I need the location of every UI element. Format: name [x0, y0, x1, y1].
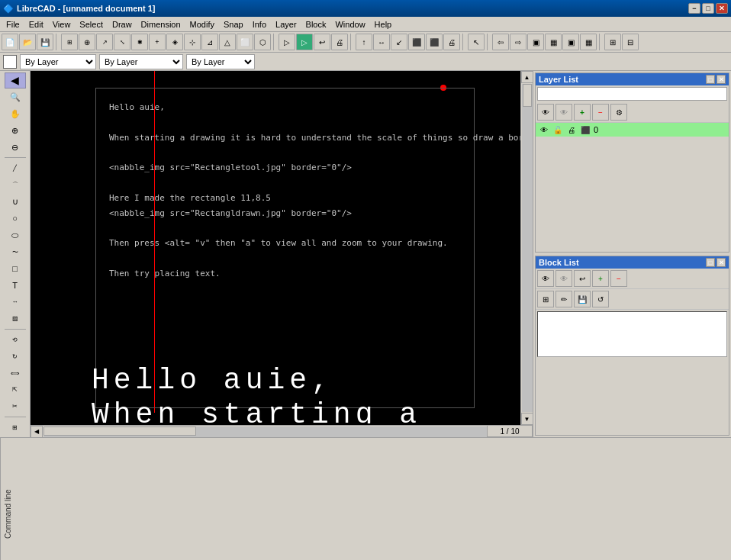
block-create-btn[interactable]: ⊞ — [537, 291, 554, 307]
menu-file[interactable]: File — [2, 18, 24, 31]
zoom-in[interactable]: ⊞ — [604, 34, 621, 50]
modify-scale[interactable]: ⇱ — [5, 382, 26, 398]
tool-26[interactable]: ▦ — [580, 34, 597, 50]
modify-mirror[interactable]: ⟺ — [5, 365, 26, 381]
layer-add-btn[interactable]: + — [574, 104, 591, 121]
color-box[interactable] — [3, 55, 17, 69]
color-select[interactable]: By Layer — [20, 54, 96, 69]
draw-text[interactable]: T — [5, 277, 26, 293]
scroll-thumb-vertical[interactable] — [523, 84, 532, 107]
draw-circle[interactable]: ○ — [5, 211, 26, 227]
tool-4[interactable]: + — [149, 34, 166, 50]
menu-help[interactable]: Help — [370, 18, 397, 31]
open-button[interactable]: 📂 — [19, 34, 36, 50]
tool-2[interactable]: ⤡ — [114, 34, 130, 50]
draw-rect[interactable]: □ — [5, 261, 26, 277]
scroll-track-vertical[interactable] — [522, 84, 533, 412]
block-reload-btn[interactable]: ↺ — [592, 291, 609, 307]
block-show-btn[interactable]: 👁 — [537, 270, 554, 287]
tool-1[interactable]: ↗ — [96, 34, 113, 50]
draw-dim[interactable]: ↔ — [5, 294, 26, 310]
block-save-btn[interactable]: 💾 — [574, 291, 591, 307]
maximize-button[interactable]: □ — [702, 3, 714, 14]
block-list-close-button[interactable]: ✕ — [717, 258, 726, 267]
draw-spline[interactable]: 〜 — [5, 244, 26, 260]
draw-arc[interactable]: ∪ — [5, 194, 26, 210]
menu-modify[interactable]: Modify — [185, 18, 219, 31]
menu-snap[interactable]: Snap — [219, 18, 248, 31]
menu-block[interactable]: Block — [301, 18, 331, 31]
new-button[interactable]: 📄 — [2, 34, 18, 50]
tool-9[interactable]: ⬜ — [237, 34, 253, 50]
modify-rotate[interactable]: ↻ — [5, 349, 26, 365]
draw-polyline[interactable]: ⌒ — [5, 177, 26, 193]
block-hide-btn[interactable]: 👁 — [555, 270, 572, 287]
tool-24[interactable]: ▦ — [545, 34, 562, 50]
tool-21[interactable]: ⇦ — [492, 34, 509, 50]
layer-delete-btn[interactable]: − — [592, 104, 609, 121]
zoom-out-tool[interactable]: ⊖ — [5, 140, 26, 156]
block-delete-btn[interactable]: − — [610, 270, 627, 287]
tool-15[interactable]: ↑ — [356, 34, 372, 50]
menu-dimension[interactable]: Dimension — [137, 18, 185, 31]
zoom-out[interactable]: ⊟ — [622, 34, 639, 50]
tool-18[interactable]: ⬛ — [408, 34, 425, 50]
drawing-canvas[interactable]: Hello auie, When starting a drawing it i… — [31, 71, 520, 425]
block-insert-btn[interactable]: ↩ — [574, 270, 591, 287]
tool-19[interactable]: ⬛ — [426, 34, 443, 50]
close-button[interactable]: ✕ — [716, 3, 728, 14]
tool-5[interactable]: ◈ — [166, 34, 183, 50]
select-tool[interactable]: ↖ — [468, 34, 485, 50]
menu-info[interactable]: Info — [248, 18, 271, 31]
zoom-area[interactable]: 🔍 — [5, 89, 26, 105]
minimize-button[interactable]: − — [688, 3, 700, 14]
draw-hatch[interactable]: ▨ — [5, 311, 26, 327]
linewidth-select[interactable]: By Layer — [186, 54, 255, 69]
tool-14[interactable]: 🖨 — [331, 34, 348, 50]
menu-window[interactable]: Window — [330, 18, 369, 31]
modify-trim[interactable]: ✂ — [5, 398, 26, 414]
tool-22[interactable]: ⇨ — [510, 34, 527, 50]
pan-tool[interactable]: ✋ — [5, 106, 26, 122]
insert-block[interactable]: ⊞ — [5, 420, 26, 436]
menu-edit[interactable]: Edit — [24, 18, 48, 31]
block-edit-btn[interactable]: ✏ — [555, 291, 572, 307]
select-arrow[interactable]: ◀ — [5, 72, 26, 89]
menu-layer[interactable]: Layer — [271, 18, 301, 31]
layer-settings-btn[interactable]: ⚙ — [610, 104, 627, 121]
save-button[interactable]: 💾 — [37, 34, 53, 50]
zoom-in-tool[interactable]: ⊕ — [5, 123, 26, 139]
draw-line[interactable]: ╱ — [5, 160, 26, 176]
block-add-btn[interactable]: + — [592, 270, 609, 287]
tool-8[interactable]: △ — [219, 34, 236, 50]
tool-3[interactable]: ✱ — [131, 34, 148, 50]
menu-draw[interactable]: Draw — [108, 18, 137, 31]
scroll-thumb-horizontal[interactable] — [43, 426, 196, 436]
linetype-select[interactable]: By Layer — [99, 54, 183, 69]
layer-search-input[interactable] — [537, 87, 727, 101]
modify-move[interactable]: ⟲ — [5, 332, 26, 348]
layer-hide-btn[interactable]: 👁 — [555, 104, 572, 121]
snap-point[interactable]: ⊕ — [79, 34, 95, 50]
tool-16[interactable]: ↔ — [373, 34, 390, 50]
block-list-float-button[interactable]: □ — [706, 258, 715, 267]
draw-ellipse[interactable]: ⬭ — [5, 227, 26, 243]
scroll-down-button[interactable]: ▼ — [521, 413, 533, 425]
tool-17[interactable]: ↙ — [391, 34, 407, 50]
tool-11[interactable]: ▷ — [279, 34, 295, 50]
tool-7[interactable]: ⊿ — [201, 34, 218, 50]
tool-25[interactable]: ▣ — [562, 34, 579, 50]
scroll-track-horizontal[interactable] — [43, 426, 507, 437]
snap-grid[interactable]: ⊞ — [61, 34, 78, 50]
menu-select[interactable]: Select — [75, 18, 108, 31]
tool-20[interactable]: 🖨 — [443, 34, 460, 50]
layer-show-btn[interactable]: 👁 — [537, 104, 554, 121]
layer-list-close-button[interactable]: ✕ — [717, 75, 726, 84]
scroll-up-button[interactable]: ▲ — [521, 71, 533, 83]
tool-6[interactable]: ⊹ — [184, 34, 201, 50]
layer-list-float-button[interactable]: □ — [706, 75, 715, 84]
layer-row-0[interactable]: 👁 🔓 🖨 ⬛ 0 — [536, 123, 729, 137]
menu-view[interactable]: View — [48, 18, 76, 31]
tool-10[interactable]: ⬡ — [254, 34, 271, 50]
tool-23[interactable]: ▣ — [527, 34, 544, 50]
